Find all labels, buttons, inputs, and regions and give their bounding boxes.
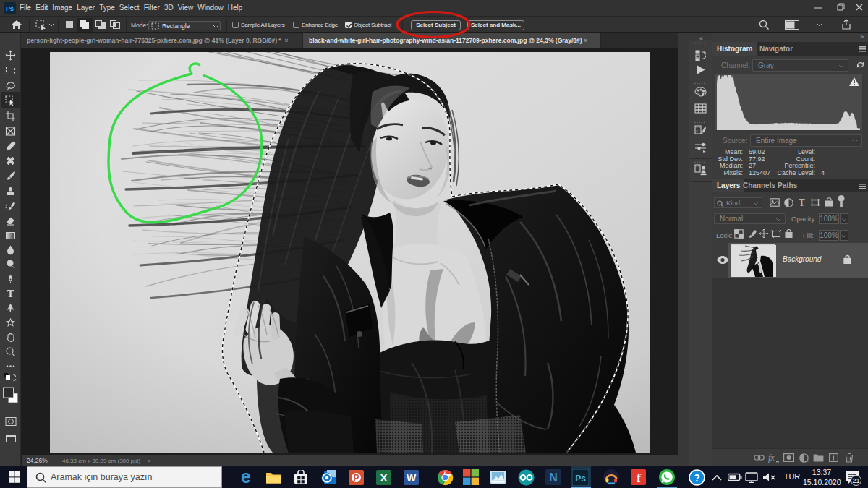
svg-text:e: e: [241, 469, 251, 486]
svg-text:Ps: Ps: [575, 474, 586, 484]
svg-text:?: ?: [694, 472, 700, 484]
svg-text:Ps: Ps: [6, 5, 14, 12]
svg-text:P: P: [353, 473, 359, 483]
svg-text:X: X: [380, 471, 387, 484]
svg-text:T: T: [799, 197, 805, 207]
svg-text:f: f: [637, 471, 641, 485]
svg-text:T: T: [7, 288, 14, 299]
svg-text:W: W: [407, 472, 417, 484]
svg-text:N: N: [549, 471, 558, 484]
svg-text:fx: fx: [768, 453, 775, 463]
